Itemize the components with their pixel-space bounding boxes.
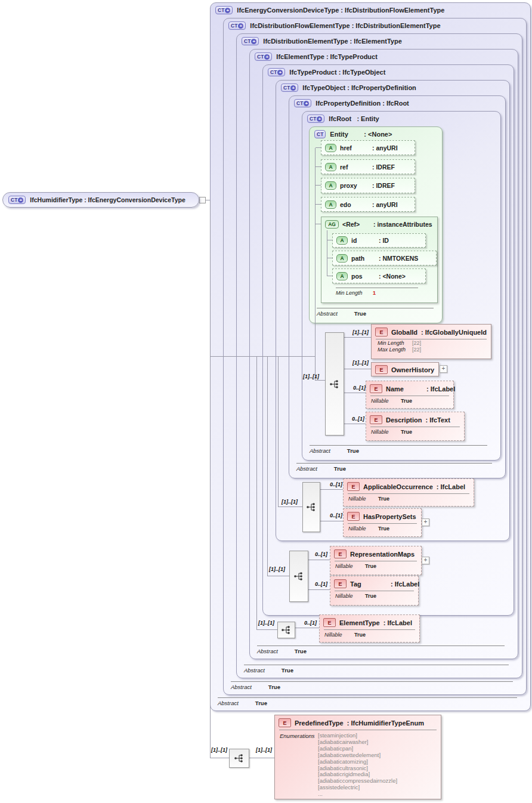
attribute-box-proxy[interactable]: A proxy : IDREF xyxy=(321,178,415,193)
attribute-name: path xyxy=(351,255,375,262)
type-title: IfcDistributionFlowElementType : IfcDist… xyxy=(250,22,440,29)
enumeration-values: [steaminjection][adiabaticairwasher][adi… xyxy=(318,733,397,798)
complex-type-icon: CT+ xyxy=(242,37,259,45)
abstract-footer: AbstractTrue xyxy=(244,665,509,674)
sequence-icon xyxy=(281,625,292,635)
element-icon: E xyxy=(370,415,382,424)
sequence-compositor-ifctypeobject[interactable] xyxy=(302,482,320,532)
type-title: IfcTypeObject : IfcPropertyDefinition xyxy=(302,84,416,91)
expand-icon[interactable]: + xyxy=(422,518,429,526)
element-box-haspropertysets[interactable]: E HasPropertySets NillableTrue xyxy=(343,508,422,537)
sequence-compositor-ifcroot[interactable] xyxy=(325,332,344,436)
sequence-icon xyxy=(234,753,245,763)
attribute-icon: A xyxy=(336,254,348,262)
enumerations-row: Enumerations [steaminjection][adiabatica… xyxy=(275,730,441,798)
type-header: CT+ IfcRoot : Entity xyxy=(307,115,379,123)
attribute-name: proxy xyxy=(340,182,369,189)
element-title: E OwnerHistory xyxy=(372,363,438,376)
complex-type-icon: CT+ xyxy=(8,196,26,204)
attribute-box-href[interactable]: A href : anyURI xyxy=(321,140,415,155)
attribute-box-ref[interactable]: A ref : IDREF xyxy=(321,159,415,174)
cardinality-label: 0..[1] xyxy=(304,620,317,626)
cardinality-label: [1]..[1] xyxy=(282,499,298,505)
derived-plus-icon: + xyxy=(304,101,309,106)
cardinality-label: [1]..[1] xyxy=(256,747,272,753)
expand-icon[interactable]: + xyxy=(440,365,447,373)
element-box-ownerhistory[interactable]: E OwnerHistory xyxy=(371,362,439,376)
element-icon: E xyxy=(323,618,336,627)
cardinality-label: [1]..[1] xyxy=(258,620,274,626)
derived-plus-icon: + xyxy=(317,116,322,122)
sequence-compositor-ifcelementtype[interactable] xyxy=(277,622,295,638)
cardinality-label: [1]..[1] xyxy=(269,566,285,572)
cardinality-label: 0..[1] xyxy=(315,581,327,587)
nillable-row: NillableTrue xyxy=(344,524,421,532)
element-box-name[interactable]: E Name : IfcLabel NillableTrue xyxy=(366,381,454,409)
type-box-ifchumidifiertype[interactable]: CT+ IfcHumidifierType : IfcEnergyConvers… xyxy=(2,192,199,208)
element-icon: E xyxy=(370,384,382,393)
type-header: CT+ IfcDistributionElementType : IfcElem… xyxy=(242,37,402,45)
element-icon: E xyxy=(347,482,360,491)
nillable-row: NillableTrue xyxy=(366,427,464,435)
cardinality-label: [1]..[1] xyxy=(303,373,319,379)
attribute-icon: A xyxy=(325,200,336,209)
expand-icon[interactable]: + xyxy=(422,557,429,564)
attribute-icon: A xyxy=(336,272,348,280)
attribute-box-pos[interactable]: A pos : <None> xyxy=(332,268,426,283)
complex-type-icon: CT+ xyxy=(215,6,233,14)
nillable-row: NillableTrue xyxy=(330,591,418,599)
type-title: Entity xyxy=(330,131,360,138)
complex-type-icon: CT+ xyxy=(307,115,324,123)
attribute-name: edo xyxy=(340,201,369,208)
type-title: IfcTypeProduct : IfcTypeObject xyxy=(289,69,385,76)
attribute-icon: A xyxy=(325,181,336,190)
attribute-name: id xyxy=(351,237,375,244)
attribute-box-edo[interactable]: A edo : anyURI xyxy=(321,197,415,212)
sequence-icon xyxy=(329,379,340,389)
complex-type-icon: CT+ xyxy=(255,52,272,61)
abstract-footer: AbstractTrue xyxy=(317,308,434,317)
sequence-compositor-ifctypeproduct[interactable] xyxy=(289,551,308,602)
element-box-representationmaps[interactable]: E RepresentationMaps NillableTrue xyxy=(330,546,422,575)
sequence-compositor-predefinedtype[interactable] xyxy=(229,749,249,768)
element-box-tag[interactable]: E Tag : IfcLabel NillableTrue xyxy=(330,576,419,606)
cardinality-label: 0..[1] xyxy=(352,416,364,422)
element-icon: E xyxy=(334,549,347,558)
attribute-group-header: AG <Ref> : instanceAttributes xyxy=(325,220,432,228)
type-header: CT+ IfcPropertyDefinition : IfcRoot xyxy=(294,99,409,107)
element-box-predefinedtype[interactable]: E PredefinedType : IfcHumidifierTypeEnum… xyxy=(274,715,441,799)
max-length-facet: Max Length[22] xyxy=(372,346,491,353)
attribute-box-id[interactable]: A id : ID xyxy=(332,233,426,248)
collapse-connector-icon[interactable] xyxy=(199,197,206,203)
element-box-elementtype[interactable]: E ElementType : IfcLabel NillableTrue xyxy=(319,614,420,643)
element-box-globalid[interactable]: E GlobalId : IfcGloballyUniqueId Min Len… xyxy=(371,324,491,359)
type-title: IfcDistributionElementType : IfcElementT… xyxy=(263,38,401,45)
attribute-group-icon: AG xyxy=(325,220,339,228)
attribute-type: : <None> xyxy=(379,273,406,280)
attribute-box-path[interactable]: A path : NMTOKENS xyxy=(332,251,437,265)
type-header: CT+ IfcTypeObject : IfcPropertyDefinitio… xyxy=(281,84,416,92)
element-icon: E xyxy=(347,512,360,521)
element-title: E ElementType : IfcLabel xyxy=(320,615,419,629)
element-title: E PredefinedType : IfcHumidifierTypeEnum xyxy=(275,715,441,729)
attribute-type: : NMTOKENS xyxy=(379,255,418,262)
attribute-icon: A xyxy=(325,144,336,152)
abstract-footer: AbstractTrue xyxy=(296,463,492,472)
type-header: CT+ IfcDistributionFlowElementType : Ifc… xyxy=(228,21,441,30)
attribute-type: : anyURI xyxy=(372,144,398,152)
nillable-row: NillableTrue xyxy=(366,396,453,404)
element-box-description[interactable]: E Description : IfcText NillableTrue xyxy=(366,412,465,441)
derived-plus-icon: + xyxy=(277,70,283,75)
derived-plus-icon: + xyxy=(264,54,270,60)
element-icon: E xyxy=(375,365,388,374)
complex-type-icon: CT+ xyxy=(281,84,298,92)
abstract-footer: AbstractTrue xyxy=(231,681,513,690)
complex-type-icon: CT+ xyxy=(228,21,246,30)
element-icon: E xyxy=(334,579,347,588)
type-header: CT+ IfcTypeProduct : IfcTypeObject xyxy=(268,68,385,76)
complex-type-icon: CT+ xyxy=(294,99,311,107)
element-icon: E xyxy=(279,718,291,727)
element-box-applicableoccurrence[interactable]: E ApplicableOccurrence : IfcLabel Nillab… xyxy=(343,478,474,506)
cardinality-label: [1]..[1] xyxy=(211,747,227,753)
attribute-type: : IDREF xyxy=(372,182,395,189)
